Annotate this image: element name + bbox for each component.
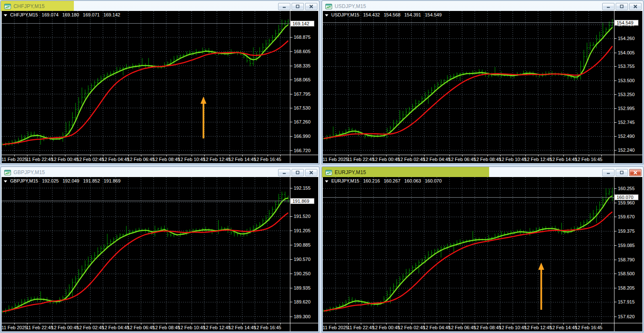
scale-corner	[614, 323, 642, 331]
time-tick-mark	[589, 155, 589, 156]
time-scale[interactable]: 11 Feb 202511 Feb 22:4512 Feb 00:4512 Fe…	[323, 155, 614, 163]
time-axis-label: 12 Feb 16:45	[574, 325, 603, 330]
close-button[interactable]	[629, 3, 641, 10]
price-tick-label: 189.300	[290, 314, 311, 320]
time-tick-mark	[437, 155, 437, 156]
price-tick-label: 191.205	[290, 228, 311, 234]
time-tick-mark	[40, 155, 40, 156]
price-scale[interactable]: 192.155191.840191.520191.205190.885190.5…	[290, 177, 318, 323]
close-button[interactable]	[305, 169, 317, 176]
time-scale[interactable]: 11 Feb 202511 Feb 22:4512 Feb 00:4512 Fe…	[323, 323, 614, 331]
price-scale[interactable]: 154.510154.260154.005153.755153.500153.2…	[614, 11, 642, 155]
time-tick-mark	[179, 155, 179, 156]
time-tick-mark	[27, 323, 27, 325]
time-tick-mark	[255, 155, 255, 156]
price-tick-label: 159.960	[614, 200, 635, 206]
restore-button[interactable]	[616, 169, 628, 176]
price-scale[interactable]: 168.875168.605168.335168.065167.795167.5…	[290, 11, 318, 155]
window-titlebar[interactable]: USDJPY,M15	[323, 2, 642, 11]
minimize-button[interactable]	[278, 3, 290, 10]
chart-plot[interactable]: GBPJPY,M15192.025192.049191.852191.869	[2, 177, 290, 323]
info-high: 154.568	[384, 12, 400, 17]
time-tick-mark	[179, 323, 179, 325]
restore-button[interactable]	[616, 3, 628, 10]
price-tick-label: 160.255	[614, 186, 635, 191]
time-tick-mark	[361, 155, 361, 156]
time-tick-mark	[399, 323, 399, 325]
time-tick-mark	[373, 323, 374, 325]
time-tick-mark	[14, 323, 15, 325]
close-icon	[309, 170, 314, 175]
minimize-button[interactable]	[278, 169, 290, 176]
time-scale[interactable]: 11 Feb 202511 Feb 22:4512 Feb 00:4512 Fe…	[2, 155, 290, 163]
time-tick-mark	[361, 323, 361, 325]
price-tick-label: 191.520	[290, 214, 311, 219]
window-titlebar[interactable]: EURJPY,M15	[323, 168, 642, 177]
chart-area: EURJPY,M15160.216160.267160.063160.070 1…	[323, 177, 642, 331]
time-tick-mark	[576, 323, 576, 325]
time-tick-mark	[217, 155, 217, 156]
window-title: CHFJPY,M15	[14, 3, 45, 9]
time-tick-mark	[487, 323, 488, 325]
price-tick-label: 152.745	[614, 120, 635, 125]
chart-plot[interactable]: USDJPY,M15154.432154.568154.391154.549	[323, 11, 614, 155]
time-tick-mark	[141, 323, 141, 325]
info-high: 169.180	[62, 12, 79, 17]
time-tick-mark	[563, 155, 564, 156]
restore-button[interactable]	[292, 3, 304, 10]
time-tick-mark	[204, 155, 205, 156]
price-tick-label: 153.500	[614, 78, 635, 83]
time-tick-mark	[475, 323, 475, 325]
minimize-icon	[606, 170, 611, 175]
price-tick-label: 153.755	[614, 64, 635, 69]
restore-button[interactable]	[292, 169, 304, 176]
window-titlebar[interactable]: GBPJPY,M15	[2, 168, 318, 177]
window-titlebar[interactable]: CHFJPY,M15	[2, 2, 318, 11]
close-button[interactable]	[305, 3, 317, 10]
time-tick-mark	[538, 323, 538, 325]
current-price-box: 191.869	[290, 198, 314, 204]
price-tick-label: 168.335	[290, 63, 311, 69]
info-open: 154.432	[363, 12, 380, 17]
time-axis-label: 12 Feb 16:45	[574, 157, 603, 162]
minimize-button[interactable]	[602, 3, 614, 10]
time-tick-mark	[78, 323, 78, 325]
time-tick-mark	[386, 155, 387, 156]
chart-plot[interactable]: EURJPY,M15160.216160.267160.063160.070	[323, 177, 614, 323]
price-scale[interactable]: 160.255159.960159.670159.375159.085158.7…	[614, 177, 642, 323]
time-tick-mark	[462, 323, 463, 325]
time-tick-mark	[27, 155, 27, 156]
time-tick-mark	[525, 323, 526, 325]
buy-signal-arrow	[538, 263, 544, 310]
buy-signal-arrow	[200, 97, 206, 139]
time-tick-mark	[551, 323, 551, 325]
current-price-box: 169.142	[290, 21, 314, 27]
dropdown-arrow-icon	[4, 180, 7, 183]
restore-icon	[620, 4, 624, 9]
time-tick-mark	[280, 323, 281, 325]
scale-corner	[290, 155, 318, 163]
chart-area: CHFJPY,M15169.074169.180169.071169.142 1…	[2, 11, 318, 163]
price-tick-label: 167.530	[290, 105, 311, 111]
minimize-icon	[282, 4, 287, 9]
time-tick-mark	[166, 155, 167, 156]
chart-window-usdjpy: USDJPY,M15 USDJPY,M15154.432154.568154.3…	[322, 0, 644, 164]
price-tick-label: 168.875	[290, 35, 311, 40]
chart-window-eurjpy: EURJPY,M15 EURJPY,M15160.216160.267160.0…	[322, 166, 644, 333]
time-tick-mark	[141, 155, 141, 156]
restore-icon	[620, 170, 624, 175]
minimize-button[interactable]	[602, 169, 614, 176]
time-tick-mark	[65, 323, 65, 325]
chart-canvas	[2, 11, 290, 155]
chart-plot[interactable]: CHFJPY,M15169.074169.180169.071169.142	[2, 11, 290, 155]
price-tick-label: 189.935	[290, 285, 311, 291]
minimize-icon	[282, 170, 287, 175]
time-tick-mark	[65, 155, 65, 156]
price-tick-label: 152.240	[614, 148, 635, 153]
price-tick-label: 159.375	[614, 228, 635, 234]
time-scale[interactable]: 11 Feb 202511 Feb 22:4512 Feb 00:4512 Fe…	[2, 323, 290, 331]
time-tick-mark	[525, 155, 526, 156]
price-tick-label: 154.260	[614, 36, 635, 41]
close-button[interactable]	[629, 169, 641, 176]
mdi-workspace: { "colors": { "bar": "#00AE00", "ma_fast…	[0, 0, 644, 333]
